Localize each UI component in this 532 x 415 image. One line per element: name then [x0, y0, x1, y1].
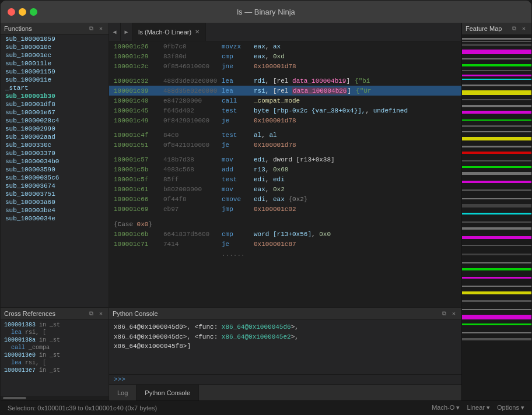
feature-map-expand-icon[interactable]: ⧉ [510, 24, 518, 33]
asm-line[interactable]: 100001c26 0fb7c0 movzx eax, ax [109, 41, 461, 51]
function-item[interactable]: sub_100003be4 [1, 206, 108, 214]
tab-forward-btn[interactable]: ▶ [121, 23, 132, 41]
function-item[interactable]: sub_100003751 [1, 190, 108, 198]
cross-ref-item[interactable]: lea rsi, [ [1, 359, 108, 367]
function-item[interactable]: sub_100003370 [1, 149, 108, 157]
function-item[interactable]: sub_100003590 [1, 166, 108, 174]
asm-line[interactable]: ...... [109, 249, 461, 259]
title-bar: ls — Binary Ninja [1, 1, 531, 23]
feature-map-stripe [462, 146, 531, 147]
asm-line[interactable]: 100001c61 b802000000 mov eax, 0x2 [109, 184, 461, 194]
console-output-line: x86_64@0x1000045dc>, <func: x86_64@0x100… [114, 332, 457, 342]
feature-map-stripe [462, 90, 531, 95]
function-item[interactable]: sub_100001ec [1, 51, 108, 59]
status-arch[interactable]: Mach-O ▾ [432, 404, 460, 412]
log-tab[interactable]: Log [109, 385, 136, 400]
feature-map-stripe [462, 50, 531, 54]
function-item[interactable]: sub_10000034b0 [1, 157, 108, 166]
feature-map: Feature Map ⧉ ✕ [461, 23, 531, 400]
console-output-line: x86_64@0x1000045f8>] [114, 342, 457, 351]
asm-line[interactable]: 100001c2c 0f8546010000 jne 0x100001d78 [109, 61, 461, 71]
asm-line[interactable]: 100001c32 488d3de02e0000 lea rdi, [rel d… [109, 76, 461, 86]
cross-refs-close-icon[interactable]: ✕ [97, 310, 105, 318]
asm-line[interactable]: 100001c66 0f44f8 cmove edi, eax {0x2} [109, 194, 461, 204]
asm-line[interactable]: 100001c49 0f8429010000 je 0x100001d78 [109, 115, 461, 125]
function-item[interactable]: sub_1000010e [1, 43, 108, 51]
minimize-button[interactable] [19, 8, 26, 16]
function-item[interactable]: sub_100001159 [1, 68, 108, 76]
function-item[interactable]: sub_100001b30 [1, 92, 108, 100]
asm-line[interactable]: 100001c45 f645d402 test byte [rbp-0x2c {… [109, 105, 461, 115]
cross-ref-hscroll[interactable] [1, 396, 108, 400]
cross-refs-expand-icon[interactable]: ⧉ [87, 310, 95, 318]
asm-line[interactable]: 100001c39 488d35e02e0000 lea rsi, [rel d… [109, 86, 461, 96]
function-item[interactable]: sub_100011le [1, 59, 108, 68]
functions-expand-icon[interactable]: ⧉ [87, 24, 95, 33]
cross-ref-item[interactable]: 1000013e0 in _st [1, 351, 108, 359]
function-item[interactable]: sub_100003a60 [1, 198, 108, 206]
feature-map-stripe [462, 227, 531, 230]
function-item[interactable]: sub_10000034e [1, 214, 108, 223]
console-close-icon[interactable]: ✕ [450, 310, 458, 318]
asm-line[interactable]: 100001c40 e847280000 call _compat_mode [109, 96, 461, 105]
disassembly-view[interactable]: 100001c26 0fb7c0 movzx eax, ax 100001c29… [109, 41, 461, 307]
function-item[interactable]: sub_100002990 [1, 125, 108, 133]
feature-map-stripe [462, 75, 531, 76]
asm-line[interactable]: 100001c71 7414 je 0x100001c87 [109, 239, 461, 249]
asm-line[interactable]: 100001c69 eb97 jmp 0x100001c02 [109, 204, 461, 214]
asm-line[interactable]: 100001c29 83f80d cmp eax, 0xd [109, 51, 461, 61]
cross-refs-header-icons: ⧉ ✕ [87, 310, 105, 318]
feature-map-close-icon[interactable]: ✕ [520, 24, 528, 33]
close-button[interactable] [8, 8, 15, 16]
feature-map-stripe [462, 236, 531, 239]
function-item[interactable]: sub_100001df8 [1, 100, 108, 108]
function-item[interactable]: sub_100002aad [1, 133, 108, 141]
traffic-lights [8, 8, 37, 16]
function-item[interactable]: sub_10000028c4 [1, 117, 108, 125]
asm-line[interactable]: 100001c5f 85ff test edi, edi [109, 174, 461, 184]
function-item[interactable]: sub_100001059 [1, 35, 108, 43]
function-item[interactable]: sub_1000011e [1, 76, 108, 84]
feature-map-stripe [462, 41, 531, 42]
status-view[interactable]: Linear ▾ [467, 404, 490, 412]
status-bar: Selection: 0x100001c39 to 0x100001c40 (0… [1, 400, 531, 414]
console-title: Python Console [113, 310, 158, 317]
main-tab[interactable]: ls (Mach-O Linear) ✕ [132, 23, 206, 41]
asm-line[interactable]: 100001c57 418b7d38 mov edi, dword [r13+0… [109, 154, 461, 164]
status-options[interactable]: Options ▾ [497, 404, 524, 412]
function-item[interactable]: sub_10000035c6 [1, 174, 108, 182]
feature-map-stripe [462, 58, 531, 59]
function-item[interactable]: _start [1, 84, 108, 92]
console-prompt[interactable]: >>> [109, 374, 461, 384]
status-selection: Selection: 0x100001c39 to 0x100001c40 (0… [8, 405, 157, 412]
asm-line[interactable]: 100001c6b 6641837d5600 cmp word [r13+0x5… [109, 229, 461, 239]
asm-line[interactable]: 100001c5b 4983c568 add r13, 0x68 [109, 164, 461, 174]
functions-list[interactable]: sub_100001059sub_1000010esub_100001ecsub… [1, 35, 108, 307]
feature-map-stripe [462, 152, 531, 154]
cross-ref-item[interactable]: lea rsi, [ [1, 329, 108, 336]
cross-ref-list[interactable]: 100001383 in _stlea rsi, [10000138a in _… [1, 320, 108, 396]
feature-map-stripe [462, 70, 531, 71]
log-tab-label: Log [117, 389, 128, 396]
feature-map-stripe [462, 189, 531, 191]
maximize-button[interactable] [30, 8, 37, 16]
cross-ref-item[interactable]: call _compa [1, 344, 108, 351]
python-console-tab[interactable]: Python Console [136, 385, 199, 400]
cross-ref-item[interactable]: 10000138a in _st [1, 336, 108, 344]
asm-line[interactable]: 100001c4f 84c0 test al, al [109, 130, 461, 140]
cross-ref-item[interactable]: 1000013e7 in _st [1, 367, 108, 374]
function-item[interactable]: sub_1000330c [1, 141, 108, 149]
cross-ref-item[interactable]: 100001383 in _st [1, 321, 108, 329]
feature-map-canvas [462, 35, 531, 400]
console-expand-icon[interactable]: ⧉ [440, 310, 448, 318]
function-item[interactable]: sub_100001e67 [1, 108, 108, 117]
asm-line[interactable]: 100001c51 0f8421010000 je 0x100001d78 [109, 140, 461, 150]
functions-close-icon[interactable]: ✕ [97, 24, 105, 33]
function-item[interactable]: sub_100003674 [1, 182, 108, 190]
tab-back-btn[interactable]: ◀ [109, 23, 121, 41]
feature-map-stripe [462, 64, 531, 66]
python-console-tab-label: Python Console [145, 389, 190, 396]
window-title: ls — Binary Ninja [237, 8, 295, 16]
main-tab-close[interactable]: ✕ [195, 29, 200, 35]
main-tab-label: ls (Mach-O Linear) [138, 29, 191, 36]
